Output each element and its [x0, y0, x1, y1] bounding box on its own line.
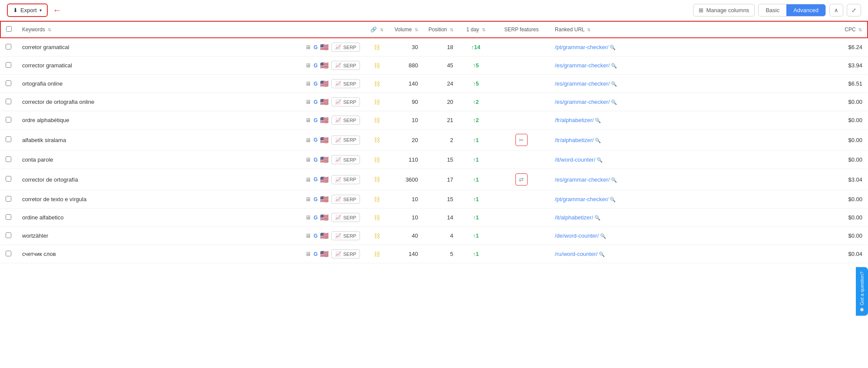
ranked-url-cell: /it/word-counter/🔍: [550, 151, 833, 169]
row-checkbox[interactable]: [6, 251, 11, 256]
table-row: ordre alphabétique 🖥 G 🇺🇸 📈 SERP ⛓1021↑2…: [0, 111, 868, 129]
header-url[interactable]: Ranked URL ⇅: [550, 21, 833, 38]
row-icons-cell: 🖥 G 🇺🇸 📈 SERP: [300, 111, 365, 129]
link-cell: ⛓: [365, 38, 388, 56]
keyword-cell: счетчик слов: [17, 245, 300, 263]
flag-icon: 🇺🇸: [320, 61, 329, 70]
basic-view-button[interactable]: Basic: [759, 4, 786, 16]
row-checkbox-cell: [0, 245, 17, 263]
ranked-url-link[interactable]: /pt/grammar-checker/: [555, 44, 609, 50]
serp-button[interactable]: 📈 SERP: [331, 97, 360, 106]
trend-icon: 📈: [335, 117, 341, 123]
search-icon: 🔍: [611, 63, 617, 68]
row-checkbox[interactable]: [6, 196, 11, 202]
cpc-cell: $6.51: [833, 75, 868, 93]
ranked-url-cell: /tr/alphabetizer/🔍: [550, 129, 833, 151]
row-checkbox[interactable]: [6, 214, 11, 220]
serp-label: SERP: [343, 215, 356, 220]
table-row: corrector de ortografía 🖥 G 🇺🇸 📈 SERP ⛓3…: [0, 169, 868, 190]
flag-icon: 🇺🇸: [320, 43, 329, 51]
flag-icon: 🇺🇸: [320, 116, 329, 124]
serp-button[interactable]: 📈 SERP: [331, 249, 360, 259]
volume-cell: 880: [389, 56, 423, 75]
row-checkbox-cell: [0, 190, 17, 209]
serp-button[interactable]: 📈 SERP: [331, 79, 360, 88]
row-checkbox[interactable]: [6, 117, 11, 123]
serp-button[interactable]: 📈 SERP: [331, 43, 360, 52]
header-cpc[interactable]: CPC ⇅: [833, 21, 868, 38]
row-checkbox-cell: [0, 111, 17, 129]
ranked-url-link[interactable]: /it/alphabetizer/: [555, 214, 593, 221]
ranked-url-link[interactable]: /es/grammar-checker/: [555, 80, 610, 87]
volume-cell: 110: [389, 151, 423, 169]
google-icon: G: [314, 117, 317, 123]
monitor-icon: 🖥: [305, 44, 311, 50]
row-checkbox[interactable]: [6, 44, 11, 50]
monitor-icon: 🖥: [305, 232, 311, 239]
serp-button[interactable]: 📈 SERP: [331, 195, 360, 204]
ranked-url-link[interactable]: /it/word-counter/: [555, 156, 595, 163]
serp-button[interactable]: 📈 SERP: [331, 116, 360, 125]
advanced-view-button[interactable]: Advanced: [786, 4, 825, 16]
day-change-value: ↑5: [473, 80, 479, 87]
keyword-cell: alfabetik siralama: [17, 129, 300, 151]
table-row: corrector de ortografia online 🖥 G 🇺🇸 📈 …: [0, 93, 868, 111]
volume-cell: 3600: [389, 169, 423, 190]
ranked-url-link[interactable]: /fr/alphabetizer/: [555, 117, 594, 123]
header-position-label: Position: [429, 27, 447, 33]
serp-button[interactable]: 📈 SERP: [331, 175, 360, 184]
row-checkbox[interactable]: [6, 136, 11, 142]
row-checkbox[interactable]: [6, 176, 11, 182]
row-checkbox-cell: [0, 56, 17, 75]
day-change-value: ↑5: [473, 62, 479, 69]
ranked-url-link[interactable]: /de/word-counter/: [555, 232, 599, 239]
serp-button[interactable]: 📈 SERP: [331, 155, 360, 164]
header-checkbox[interactable]: [0, 21, 17, 38]
select-all-checkbox[interactable]: [6, 26, 12, 32]
link-chain-icon: ⛓: [374, 80, 380, 87]
serp-label: SERP: [343, 118, 356, 123]
link-chain-icon: ⛓: [374, 44, 380, 51]
flag-icon: 🇺🇸: [320, 156, 329, 164]
header-keyword[interactable]: Keywords ⇅: [17, 21, 300, 38]
row-checkbox[interactable]: [6, 232, 11, 238]
expand-button[interactable]: ⤢: [847, 4, 861, 17]
flag-icon: 🇺🇸: [320, 195, 329, 203]
row-checkbox-cell: [0, 129, 17, 151]
serp-button[interactable]: 📈 SERP: [331, 213, 360, 222]
table-row: wortzähler 🖥 G 🇺🇸 📈 SERP ⛓404↑1/de/word-…: [0, 227, 868, 245]
keyword-cell: ordine alfabetico: [17, 209, 300, 227]
ranked-url-link[interactable]: /es/grammar-checker/: [555, 62, 610, 69]
ranked-url-link[interactable]: /pt/grammar-checker/: [555, 196, 609, 202]
serp-button[interactable]: 📈 SERP: [331, 231, 360, 240]
volume-cell: 10: [389, 111, 423, 129]
link-chain-icon: ⛓: [374, 117, 380, 124]
serp-label: SERP: [343, 99, 356, 105]
ranked-url-link[interactable]: /es/grammar-checker/: [555, 176, 610, 183]
export-button[interactable]: ⬇ Export ▾: [7, 3, 48, 17]
header-volume[interactable]: Volume ⇅: [389, 21, 423, 38]
header-position[interactable]: Position ⇅: [423, 21, 459, 38]
volume-cell: 140: [389, 75, 423, 93]
google-icon: G: [314, 44, 317, 50]
day-change-cell: ↑1: [459, 169, 493, 190]
row-checkbox[interactable]: [6, 156, 11, 162]
manage-columns-label: Manage columns: [706, 7, 749, 13]
chevron-down-icon: ▾: [40, 8, 42, 13]
serp-button[interactable]: 📈 SERP: [331, 136, 360, 145]
toolbar: ⬇ Export ▾ ← ⊞ Manage columns Basic Adva…: [0, 0, 868, 21]
ranked-url-link[interactable]: /es/grammar-checker/: [555, 99, 610, 105]
row-checkbox[interactable]: [6, 80, 11, 86]
row-checkbox[interactable]: [6, 62, 11, 68]
collapse-button[interactable]: ∧: [829, 4, 843, 17]
manage-columns-button[interactable]: ⊞ Manage columns: [693, 4, 755, 17]
ranked-url-link[interactable]: /tr/alphabetizer/: [555, 137, 594, 143]
serp-feature-cell: [493, 227, 550, 245]
serp-label: SERP: [343, 137, 356, 143]
ranked-url-link[interactable]: /ru/word-counter/: [555, 251, 597, 257]
header-1day[interactable]: 1 day ⇅: [459, 21, 493, 38]
day-change-cell: ↑2: [459, 93, 493, 111]
row-checkbox[interactable]: [6, 99, 11, 104]
header-1day-label: 1 day: [466, 27, 479, 33]
serp-button[interactable]: 📈 SERP: [331, 61, 360, 70]
